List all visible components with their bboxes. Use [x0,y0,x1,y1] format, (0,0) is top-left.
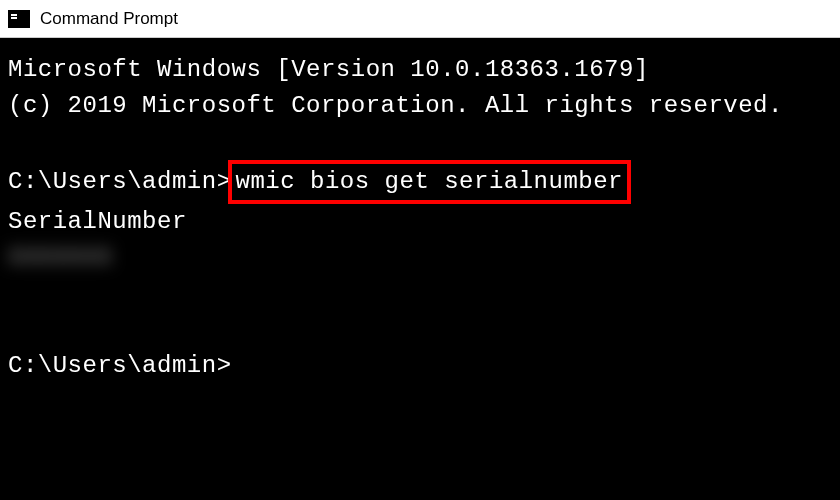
prompt-path-2: C:\Users\admin> [8,352,232,379]
command-text: wmic bios get serialnumber [236,168,623,195]
blank-line [8,276,832,312]
version-line: Microsoft Windows [Version 10.0.18363.16… [8,52,832,88]
blank-line [8,312,832,348]
copyright-line: (c) 2019 Microsoft Corporation. All righ… [8,88,832,124]
command-line-1: C:\Users\admin>wmic bios get serialnumbe… [8,160,832,204]
blank-line [8,124,832,160]
command-line-2: C:\Users\admin> [8,348,832,384]
window-title: Command Prompt [40,9,178,29]
output-header: SerialNumber [8,204,832,240]
window-titlebar: Command Prompt [0,0,840,38]
prompt-path: C:\Users\admin> [8,168,232,195]
cmd-icon [8,10,30,28]
terminal-area[interactable]: Microsoft Windows [Version 10.0.18363.16… [0,38,840,398]
serial-number-value: XXXXXXX [8,240,112,276]
highlighted-command: wmic bios get serialnumber [228,160,631,204]
output-value-line: XXXXXXX [8,240,832,276]
